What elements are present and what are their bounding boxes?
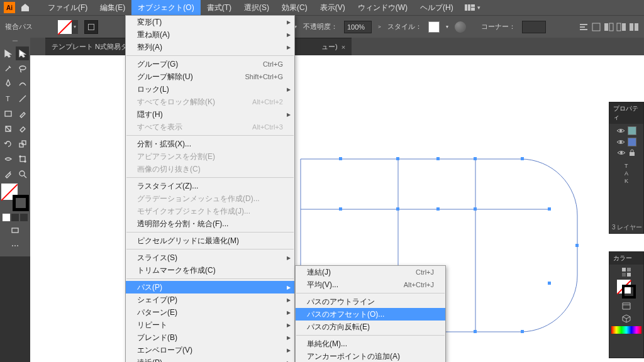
fill-stroke-control[interactable] [1,184,29,211]
rectangle-tool[interactable] [1,107,14,121]
menu-item[interactable]: 隠す(H) [126,108,294,121]
menu-編集[interactable]: 編集(E) [94,0,131,16]
menu-item[interactable]: 遠近(P) [126,356,294,362]
width-tool[interactable] [1,152,14,166]
menu-item[interactable]: グループ解除(U)Shift+Ctrl+G [126,70,294,83]
arrange-left-icon[interactable] [604,22,614,32]
style-swatch[interactable] [428,21,440,33]
type-tool[interactable]: T [1,92,14,106]
object-menu: 変形(T)重ね順(A)整列(A)グループ(G)Ctrl+Gグループ解除(U)Sh… [125,15,295,362]
menu-選択[interactable]: 選択(S) [238,0,275,16]
eraser-tool[interactable] [16,122,29,136]
pen-tool[interactable] [1,77,14,90]
menu-item[interactable]: パス(P) [126,281,294,293]
arrange-split-icon[interactable] [629,22,639,32]
menu-item[interactable]: ブレンド(B) [126,331,294,344]
svg-rect-2 [471,4,475,7]
selection-tool[interactable] [1,47,14,60]
curvature-tool[interactable] [16,77,29,90]
cube-icon[interactable] [621,314,631,324]
direct-selection-tool[interactable] [16,47,29,60]
menu-オブジェクト[interactable]: オブジェクト(O) [131,0,200,16]
lasso-tool[interactable] [16,62,29,75]
shaper-tool[interactable] [1,122,14,136]
swatches-icon[interactable] [621,267,631,277]
menu-item[interactable]: 平均(V)...Alt+Ctrl+J [296,278,445,291]
svg-rect-30 [521,330,524,333]
menu-item[interactable]: リピート [126,319,294,331]
menu-item[interactable]: パスの方向反転(E) [296,321,445,333]
eye-icon[interactable] [617,150,626,156]
menu-item[interactable]: グループ(G)Ctrl+G [126,58,294,70]
align-icon[interactable] [579,22,589,32]
svg-rect-8 [604,23,608,31]
menu-item[interactable]: アンカーポイントの追加(A) [296,350,445,362]
library-icon[interactable] [621,301,631,311]
stroke-swatch[interactable] [84,20,98,34]
menu-item[interactable]: スライス(S) [126,251,294,264]
arrange-right-icon[interactable] [616,22,626,32]
menu-ヘルプ[interactable]: ヘルプ(H) [414,0,460,16]
magic-wand-tool[interactable] [1,62,14,75]
screen-mode-tool[interactable] [8,224,22,238]
svg-rect-21 [474,157,477,160]
home-icon[interactable] [20,3,30,13]
menu-効果[interactable]: 効果(C) [275,0,314,16]
fill-dropdown[interactable]: ▾ [72,20,78,34]
svg-rect-22 [521,157,524,160]
svg-rect-31 [474,330,477,333]
menu-item[interactable]: ピクセルグリッドに最適化(M) [126,234,294,247]
menu-ウィンドウ[interactable]: ウィンドウ(W) [352,0,414,16]
eye-icon[interactable] [616,139,625,145]
scale-tool[interactable] [16,137,29,151]
color-spectrum[interactable] [611,326,641,334]
close-icon[interactable]: × [341,43,345,51]
zoom-tool[interactable] [16,167,29,181]
properties-panel[interactable]: プロパティ TAK 3 レイヤー [609,102,644,234]
menu-item[interactable]: シェイプ(P) [126,293,294,306]
menu-item[interactable]: 透明部分を分割・統合(F)... [126,217,294,230]
svg-rect-24 [396,207,399,211]
draw-mode[interactable] [1,214,29,221]
menu-表示[interactable]: 表示(V) [314,0,352,16]
svg-rect-37 [5,111,11,116]
lock-icon[interactable] [628,149,636,156]
menu-item[interactable]: パターン(E) [126,306,294,319]
menu-item[interactable]: ロック(L) [126,83,294,96]
menu-item[interactable]: 整列(A) [126,41,294,53]
menu-書式[interactable]: 書式(T) [201,0,238,16]
workspace-icon[interactable] [465,4,475,11]
fill-swatch[interactable] [58,20,72,34]
menu-item[interactable]: パスのオフセット(O)... [296,308,445,321]
panel-fill-stroke[interactable] [617,280,636,299]
menu-ファイル[interactable]: ファイル(F) [42,0,94,16]
opacity-input[interactable]: 100% [344,21,372,33]
paintbrush-tool[interactable] [16,107,29,121]
menu-item[interactable]: エンベロープ(V) [126,344,294,356]
menu-item[interactable]: ラスタライズ(Z)... [126,180,294,192]
rotate-tool[interactable] [1,137,14,151]
menu-item[interactable]: 分割・拡張(X)... [126,138,294,150]
svg-text:T: T [6,95,10,102]
menu-item[interactable]: 単純化(M)... [296,337,445,350]
eyedropper-tool[interactable] [1,167,14,181]
svg-line-36 [19,96,26,102]
menu-item[interactable]: 変形(T) [126,16,294,28]
corner-input[interactable] [522,21,546,33]
svg-rect-53 [627,273,631,277]
menu-item[interactable]: パスのアウトライン [296,295,445,308]
transform-icon[interactable] [591,22,601,32]
properties-tab[interactable]: プロパティ [609,102,643,124]
svg-rect-7 [592,23,600,31]
svg-rect-20 [436,157,440,160]
color-panel[interactable]: カラー [609,251,644,358]
menu-item[interactable]: 連結(J)Ctrl+J [296,266,445,278]
free-transform-tool[interactable] [16,152,29,166]
edit-toolbar[interactable]: ⋯ [8,239,22,253]
line-tool[interactable] [16,92,29,106]
menu-item[interactable]: トリムマークを作成(C) [126,264,294,277]
recolor-icon[interactable] [455,21,466,33]
color-tab[interactable]: カラー [609,252,643,265]
menu-item[interactable]: 重ね順(A) [126,28,294,41]
eye-icon[interactable] [616,128,625,134]
